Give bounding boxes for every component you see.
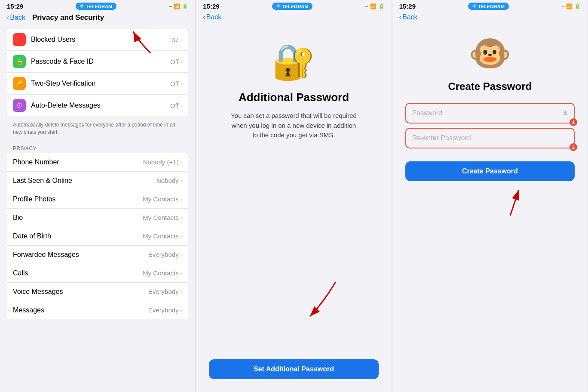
status-icons-2: ···· 📶 🔋 — [365, 3, 385, 9]
monkey-emoji: 🐵 — [469, 33, 511, 74]
wifi-icon-3: 📶 — [566, 3, 573, 9]
wifi-icon-1: 📶 — [174, 3, 180, 9]
status-bar-1: 15:29 ✈ TELEGRAM ···· 📶 🔋 — [0, 0, 195, 12]
password-input-wrap: 👁 1 — [405, 103, 575, 123]
time-3: 15:29 — [399, 3, 416, 10]
voice-chevron: › — [181, 288, 183, 295]
status-bar-2: 15:29 ✈ TELEGRAM ···· 📶 🔋 — [196, 0, 391, 12]
telegram-badge-3: ✈ TELEGRAM — [468, 3, 509, 10]
blocked-users-value: 37 — [172, 36, 179, 43]
settings-item-two-step[interactable]: 🔑 Two-Step Verification Off › — [7, 73, 188, 95]
passcode-chevron: › — [181, 58, 183, 65]
privacy-item-phone[interactable]: Phone Number Nobody (+1) › — [7, 153, 188, 172]
calls-label: Calls — [13, 269, 143, 277]
nav-bar-2: ‹ Back — [196, 12, 391, 25]
panel-additional-password: 15:29 ✈ TELEGRAM ···· 📶 🔋 ‹ Back 🔐 Addit… — [196, 0, 392, 392]
phone-chevron: › — [181, 159, 183, 166]
wifi-icon-2: 📶 — [370, 3, 377, 9]
passcode-icon: 🔒 — [13, 55, 26, 68]
back-chevron-3: ‹ — [399, 13, 401, 21]
back-button-2[interactable]: ‹ Back — [203, 13, 221, 21]
blocked-users-icon: 🚫 — [13, 33, 26, 46]
lock-emoji: 🔐 — [272, 42, 315, 82]
badge-1: 1 — [570, 118, 577, 126]
telegram-label-3: TELEGRAM — [478, 4, 505, 9]
privacy-item-forwarded[interactable]: Forwarded Messages Everybody › — [7, 246, 188, 264]
reenter-password-input[interactable] — [405, 128, 575, 148]
bio-value: My Contacts — [143, 214, 178, 221]
create-password-button[interactable]: Create Password — [405, 161, 575, 181]
voice-value: Everybody — [148, 288, 179, 295]
telegram-badge-1: ✈ TELEGRAM — [76, 3, 116, 10]
privacy-group: Phone Number Nobody (+1) › Last Seen & O… — [7, 153, 188, 319]
back-chevron-2: ‹ — [203, 13, 205, 21]
panel-create-password: 15:29 ✈ TELEGRAM ···· 📶 🔋 ‹ Back 🐵 Creat… — [392, 0, 588, 392]
two-step-chevron: › — [181, 80, 183, 87]
additional-password-title: Additional Password — [239, 91, 349, 104]
lastseen-value: Nobody — [156, 177, 179, 184]
security-group: 🚫 Blocked Users 37 › 🔒 Passcode & Face I… — [7, 29, 188, 116]
back-label-3: Back — [402, 13, 418, 21]
privacy-item-calls[interactable]: Calls My Contacts › — [7, 264, 188, 283]
blocked-users-label: Blocked Users — [31, 36, 172, 43]
telegram-label-2: TELEGRAM — [282, 4, 309, 9]
battery-icon-3: 🔋 — [574, 3, 581, 9]
telegram-icon-1: ✈ — [80, 3, 84, 9]
dob-label: Date of Birth — [13, 232, 143, 240]
calls-chevron: › — [181, 270, 183, 277]
privacy-item-bio[interactable]: Bio My Contacts › — [7, 209, 188, 227]
auto-delete-icon: ⏱ — [13, 99, 26, 112]
messages-chevron: › — [181, 307, 183, 314]
back-label-2: Back — [206, 13, 222, 21]
two-step-value: Off — [170, 80, 179, 87]
telegram-label-1: TELEGRAM — [86, 4, 112, 9]
create-password-title: Create Password — [448, 80, 532, 93]
auto-delete-note: Automatically delete messages for everyo… — [0, 120, 195, 141]
settings-item-passcode[interactable]: 🔒 Passcode & Face ID Off › — [7, 51, 188, 73]
badge-2: 2 — [570, 143, 577, 151]
privacy-section-header: PRIVACY — [0, 141, 195, 153]
back-label-1: Back — [10, 14, 25, 22]
telegram-icon-2: ✈ — [276, 3, 280, 9]
dob-value: My Contacts — [143, 232, 178, 240]
bio-chevron: › — [181, 214, 183, 221]
back-chevron-1: ‹ — [7, 14, 9, 22]
panel3-content: 🐵 Create Password 👁 1 2 Create Password — [392, 25, 588, 392]
settings-item-auto-delete[interactable]: ⏱ Auto-Delete Messages Off › — [7, 95, 188, 116]
signal-icon-1: ···· — [169, 4, 172, 9]
signal-icon-2: ···· — [365, 4, 368, 9]
profile-photos-chevron: › — [181, 196, 183, 203]
red-arrow-2 — [293, 278, 344, 321]
auto-delete-label: Auto-Delete Messages — [31, 102, 170, 109]
nav-bar-1: ‹ Back Privacy and Security — [0, 12, 195, 25]
telegram-badge-2: ✈ TELEGRAM — [272, 3, 313, 10]
set-additional-password-button[interactable]: Set Additional Password — [209, 359, 378, 379]
status-bar-3: 15:29 ✈ TELEGRAM ···· 📶 🔋 — [392, 0, 588, 12]
settings-item-blocked-users[interactable]: 🚫 Blocked Users 37 › — [7, 29, 188, 51]
two-step-icon: 🔑 — [13, 77, 26, 90]
time-1: 15:29 — [7, 3, 23, 10]
profile-photos-value: My Contacts — [143, 195, 178, 203]
back-button-3[interactable]: ‹ Back — [399, 13, 418, 21]
privacy-item-messages[interactable]: Messages Everybody › — [7, 301, 188, 319]
privacy-item-lastseen[interactable]: Last Seen & Online Nobody › — [7, 172, 188, 190]
back-button-1[interactable]: ‹ Back — [7, 14, 25, 22]
privacy-item-dob[interactable]: Date of Birth My Contacts › — [7, 227, 188, 246]
status-icons-3: ···· 📶 🔋 — [561, 3, 581, 9]
status-icons-1: ···· 📶 🔋 — [169, 3, 188, 9]
privacy-item-profile-photos[interactable]: Profile Photos My Contacts › — [7, 190, 188, 209]
passcode-value: Off — [170, 58, 179, 65]
two-step-label: Two-Step Verification — [31, 80, 170, 87]
bio-label: Bio — [13, 214, 143, 222]
password-input[interactable] — [405, 103, 575, 123]
lastseen-chevron: › — [181, 177, 183, 184]
auto-delete-chevron: › — [181, 102, 183, 109]
forwarded-value: Everybody — [148, 251, 179, 258]
lastseen-label: Last Seen & Online — [13, 177, 156, 185]
privacy-item-voice[interactable]: Voice Messages Everybody › — [7, 283, 188, 301]
telegram-icon-3: ✈ — [472, 3, 476, 9]
blocked-users-chevron: › — [181, 36, 183, 43]
panel2-arrow-area — [209, 140, 378, 351]
page-title-1: Privacy and Security — [32, 13, 104, 22]
panel1-content: 🚫 Blocked Users 37 › 🔒 Passcode & Face I… — [0, 25, 195, 392]
